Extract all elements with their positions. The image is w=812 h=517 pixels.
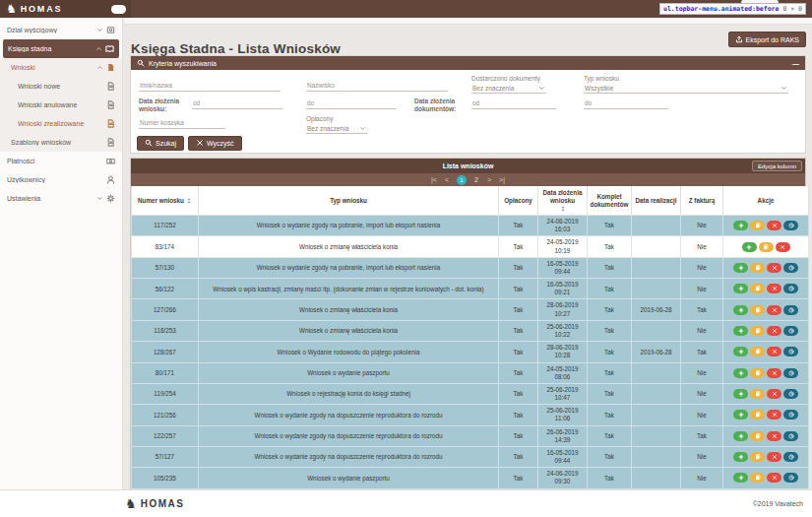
action-history-icon[interactable] <box>783 452 798 462</box>
action-plus-icon[interactable] <box>733 368 748 378</box>
sidebar-item-wnioski-nowe[interactable]: Wnioski nowe <box>0 77 122 96</box>
collapse-panel-icon[interactable]: — <box>792 60 799 67</box>
action-cancel-icon[interactable] <box>767 473 781 483</box>
action-cancel-icon[interactable] <box>767 431 781 441</box>
szukaj-button[interactable]: Szukaj <box>137 136 184 151</box>
action-cancel-icon[interactable] <box>767 389 781 399</box>
action-copy-icon[interactable] <box>750 221 765 230</box>
page-next-button[interactable]: > <box>486 175 492 185</box>
action-copy-icon[interactable] <box>750 347 765 356</box>
action-copy-icon[interactable] <box>759 242 774 252</box>
action-plus-icon[interactable] <box>733 410 748 420</box>
sidebar-item-ustawienia[interactable]: Ustawienia <box>0 189 122 208</box>
action-plus-icon[interactable] <box>733 389 748 399</box>
action-history-icon[interactable] <box>783 305 798 315</box>
sidebar-item-wnioski-anulowane[interactable]: Wnioski anulowane <box>0 96 122 114</box>
sidebar-item-wnioski[interactable]: Wnioski <box>0 58 122 77</box>
action-history-icon[interactable] <box>783 410 798 420</box>
data-wniosku-do-input[interactable] <box>306 97 397 109</box>
imie-nazwa-input[interactable] <box>139 80 281 92</box>
action-copy-icon[interactable] <box>750 368 765 378</box>
sidebar-item-szablony-wnioskow[interactable]: Szablony wniosków <box>0 133 122 152</box>
action-cancel-icon[interactable] <box>767 221 781 230</box>
cell-typ-wniosku: Wniosek o wpis kastracji, zmiany maści i… <box>199 279 499 299</box>
page-footer: ♞ HOMAS ©2019 Vavatech <box>0 489 812 517</box>
action-history-icon[interactable] <box>783 221 798 230</box>
cell-z-faktura: Nie <box>681 446 723 467</box>
cell-komplet-dokumentow: Tak <box>588 236 632 257</box>
action-cancel-icon[interactable] <box>767 326 781 336</box>
page-last-button[interactable]: >| <box>499 175 505 185</box>
page-1-button[interactable]: 1 <box>457 175 467 185</box>
column-header-numer-wniosku[interactable]: Numer wniosku <box>132 186 199 216</box>
action-cancel-icon[interactable] <box>767 263 781 273</box>
page-2-button[interactable]: 2 <box>473 175 479 185</box>
action-cancel-icon[interactable] <box>767 305 781 315</box>
menu-toggle-icon[interactable] <box>111 5 126 14</box>
action-copy-icon[interactable] <box>750 410 765 420</box>
action-cancel-icon[interactable] <box>767 368 781 378</box>
action-cancel-icon[interactable] <box>776 242 790 252</box>
sidebar-item-ksiega-stadna[interactable]: Księga stadna <box>3 39 119 58</box>
sort-icon[interactable] <box>560 206 566 212</box>
action-copy-icon[interactable] <box>750 305 765 315</box>
cell-komplet-dokumentow: Tak <box>588 279 632 299</box>
action-history-icon[interactable] <box>783 431 798 441</box>
action-cancel-icon[interactable] <box>767 347 781 356</box>
search-panel-header[interactable]: Kryteria wyszukiwania — <box>131 56 805 70</box>
action-history-icon[interactable] <box>783 347 798 356</box>
sidebar-item-dzial-wyscigowy[interactable]: Dział wyścigowy <box>0 21 122 39</box>
nazwisko-input[interactable] <box>306 80 448 92</box>
action-history-icon[interactable] <box>783 326 798 336</box>
action-plus-icon[interactable] <box>733 305 748 315</box>
action-plus-icon[interactable] <box>733 431 748 441</box>
typ-wniosku-select[interactable]: Wszystkie <box>584 82 788 94</box>
action-history-icon[interactable] <box>783 284 798 293</box>
action-history-icon[interactable] <box>783 368 798 378</box>
action-cancel-icon[interactable] <box>767 452 781 462</box>
action-plus-icon[interactable] <box>742 242 757 252</box>
cell-data-realizacji <box>632 405 681 425</box>
action-cancel-icon[interactable] <box>767 410 781 420</box>
data-dokumentow-do-input[interactable] <box>584 97 668 109</box>
cell-numer-wniosku: 122/257 <box>132 425 199 446</box>
sort-icon[interactable] <box>186 198 192 204</box>
dostarczono-select[interactable]: Bez znaczenia <box>471 82 546 94</box>
numer-koszyka-input[interactable] <box>139 117 225 129</box>
export-raks-button[interactable]: Eksport do RAKS <box>728 32 806 47</box>
action-plus-icon[interactable] <box>733 326 748 336</box>
action-history-icon[interactable] <box>783 263 798 273</box>
action-copy-icon[interactable] <box>750 389 765 399</box>
sidebar-item-platnosci[interactable]: Płatności <box>0 152 122 170</box>
action-history-icon[interactable] <box>783 473 798 483</box>
action-plus-icon[interactable] <box>733 284 748 293</box>
action-copy-icon[interactable] <box>750 326 765 336</box>
action-copy-icon[interactable] <box>750 431 765 441</box>
wyczysc-button[interactable]: Wyczyść <box>188 136 242 151</box>
action-history-icon[interactable] <box>783 389 798 399</box>
sidebar-item-uzytkownicy[interactable]: Użytkownicy <box>0 170 122 189</box>
brand-name: HOMAS <box>21 4 63 14</box>
action-copy-icon[interactable] <box>750 452 765 462</box>
oplacony-select[interactable]: Bez znaczenia <box>306 122 367 134</box>
action-plus-icon[interactable] <box>733 221 748 230</box>
column-header-data-złożenia-wniosku[interactable]: Data złożenia wniosku <box>538 186 588 216</box>
cell-typ-wniosku: Wniosek o zmianę właściciela konia <box>199 299 499 320</box>
cell-akcje <box>723 342 809 362</box>
action-plus-icon[interactable] <box>733 263 748 273</box>
cell-typ-wniosku: Wniosek o wydanie zgody na pobranie, imp… <box>199 216 499 236</box>
action-copy-icon[interactable] <box>750 263 765 273</box>
action-plus-icon[interactable] <box>733 347 748 356</box>
page-prev-button[interactable]: < <box>444 175 450 185</box>
data-wniosku-od-input[interactable] <box>192 97 282 109</box>
data-dokumentow-od-input[interactable] <box>471 97 556 109</box>
page-first-button[interactable]: |< <box>431 175 437 185</box>
action-copy-icon[interactable] <box>750 473 765 483</box>
action-cancel-icon[interactable] <box>767 284 781 293</box>
edit-columns-button[interactable]: Edycja kolumn <box>752 161 802 171</box>
cell-numer-wniosku: 118/253 <box>132 320 199 341</box>
action-copy-icon[interactable] <box>750 284 765 293</box>
sidebar-item-wnioski-zrealizowane[interactable]: Wnioski zrealizowane <box>0 114 122 133</box>
action-plus-icon[interactable] <box>733 452 748 462</box>
action-plus-icon[interactable] <box>733 473 748 483</box>
